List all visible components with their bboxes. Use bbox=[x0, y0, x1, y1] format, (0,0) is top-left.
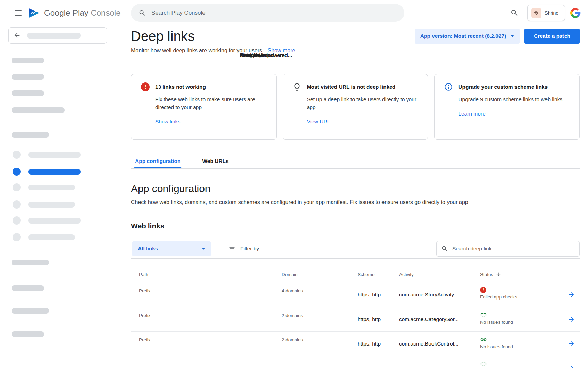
sidebar-divider bbox=[0, 342, 109, 342]
search-icon bbox=[510, 9, 519, 17]
card-title: 13 links not working bbox=[155, 84, 206, 90]
nav-skeleton-bar bbox=[12, 260, 49, 265]
nav-skeleton-bar bbox=[28, 202, 75, 208]
logo-text: Google Play Console bbox=[44, 8, 120, 18]
nav-skeleton-bar bbox=[28, 152, 81, 158]
table-row[interactable]: /item/ store.steampowered... Deep linked bbox=[131, 356, 580, 368]
topbar-right: Shrine bbox=[507, 5, 581, 21]
logo-text-google-play: Google Play bbox=[44, 8, 88, 17]
nav-skeleton-bar bbox=[28, 218, 81, 224]
tab-app-configuration[interactable]: App configuration bbox=[134, 153, 182, 168]
nav-skeleton-dot bbox=[13, 216, 21, 225]
play-console-logo-icon bbox=[29, 8, 40, 18]
global-search-input[interactable] bbox=[151, 10, 397, 16]
nav-skeleton-bar bbox=[12, 308, 49, 314]
search-icon bbox=[138, 9, 146, 17]
nav-skeleton-bar bbox=[28, 234, 75, 240]
chevron-down-icon bbox=[511, 35, 514, 37]
nav-skeleton-bar bbox=[12, 90, 44, 96]
nav-skeleton-dot bbox=[13, 200, 21, 209]
menu-icon[interactable] bbox=[10, 5, 27, 21]
app-switcher-label: Shrine bbox=[545, 10, 558, 16]
show-links-link[interactable]: Show links bbox=[155, 119, 180, 125]
app-switcher[interactable]: Shrine bbox=[527, 5, 565, 21]
sidebar-item-active[interactable] bbox=[28, 169, 81, 175]
links-filter-dropdown[interactable]: All links bbox=[132, 241, 211, 256]
nav-skeleton-dot bbox=[13, 183, 21, 191]
play-console-logo[interactable]: Google Play Console bbox=[29, 5, 120, 21]
nav-skeleton-dot bbox=[13, 151, 21, 159]
arrow-back-icon bbox=[13, 32, 21, 39]
create-patch-button[interactable]: Create a patch bbox=[524, 29, 580, 44]
global-search[interactable] bbox=[131, 4, 404, 22]
sidebar-divider bbox=[0, 123, 109, 123]
sidebar-active-item-dot bbox=[13, 168, 21, 176]
main-content: Deep links Monitor how well deep links a… bbox=[109, 26, 588, 368]
nav-skeleton-bar bbox=[12, 331, 44, 337]
error-icon: ! bbox=[141, 82, 150, 91]
nav-skeleton-bar bbox=[27, 33, 81, 39]
sidebar-divider bbox=[0, 320, 109, 320]
back-button[interactable] bbox=[8, 27, 107, 44]
shrine-app-icon bbox=[531, 8, 541, 18]
nav-skeleton-bar bbox=[28, 185, 75, 190]
topbar: Google Play Console Shrine bbox=[0, 0, 588, 26]
nav-skeleton-dot bbox=[13, 233, 21, 241]
nav-skeleton-bar bbox=[12, 132, 49, 138]
nav-skeleton-bar bbox=[12, 58, 44, 63]
web-links-table: Path Domain Scheme Activity Status /stor… bbox=[131, 265, 580, 368]
sidebar bbox=[0, 26, 109, 368]
sidebar-divider bbox=[0, 277, 109, 277]
nav-skeleton-bar bbox=[12, 107, 65, 113]
nav-skeleton-bar bbox=[12, 285, 44, 291]
status-cell: Deep linked bbox=[480, 356, 560, 368]
app-version-dropdown[interactable]: App version: Most recent (8.2.027) bbox=[415, 29, 520, 44]
logo-text-console: Console bbox=[91, 8, 120, 17]
nav-skeleton-bar bbox=[12, 74, 44, 80]
search-icon-button[interactable] bbox=[507, 5, 522, 20]
sidebar-divider bbox=[0, 250, 109, 250]
chevron-down-icon bbox=[202, 248, 205, 250]
google-logo[interactable] bbox=[570, 8, 581, 18]
page-header: Deep links Monitor how well deep links a… bbox=[131, 26, 580, 54]
